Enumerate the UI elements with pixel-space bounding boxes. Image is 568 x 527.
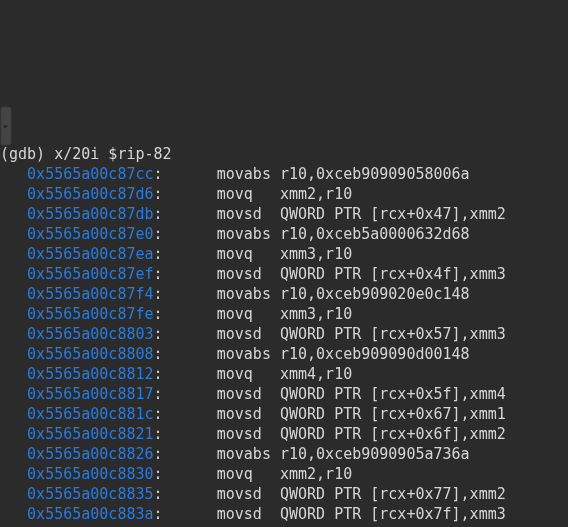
instruction: movq xmm3,r10	[217, 305, 352, 323]
address: 0x5565a00c87ef	[27, 265, 153, 283]
address: 0x5565a00c8808	[27, 345, 153, 363]
instruction: movabs r10,0xceb90909058006a	[217, 165, 470, 183]
separator: :	[154, 465, 217, 483]
instruction: movsd QWORD PTR [rcx+0x6f],xmm2	[217, 425, 506, 443]
separator: :	[154, 365, 217, 383]
instruction: movsd QWORD PTR [rcx+0x57],xmm3	[217, 325, 506, 343]
separator: :	[154, 285, 217, 303]
separator: :	[154, 345, 217, 363]
indent	[0, 505, 27, 523]
separator: :	[154, 425, 217, 443]
indent	[0, 245, 27, 263]
separator: :	[154, 505, 217, 523]
indent	[0, 405, 27, 423]
instruction: movq xmm4,r10	[217, 365, 352, 383]
gdb-command: (gdb) x/20i $rip-82	[0, 145, 172, 163]
instruction: movsd QWORD PTR [rcx+0x4f],xmm3	[217, 265, 506, 283]
instruction: movq xmm2,r10	[217, 185, 352, 203]
address: 0x5565a00c87cc	[27, 165, 153, 183]
instruction: movsd QWORD PTR [rcx+0x7f],xmm3	[217, 505, 506, 523]
indent	[0, 185, 27, 203]
separator: :	[154, 445, 217, 463]
indent	[0, 285, 27, 303]
separator: :	[154, 485, 217, 503]
address: 0x5565a00c87d6	[27, 185, 153, 203]
address: 0x5565a00c8803	[27, 325, 153, 343]
separator: :	[154, 165, 217, 183]
address: 0x5565a00c87db	[27, 205, 153, 223]
separator: :	[154, 245, 217, 263]
indent	[0, 425, 27, 443]
indent	[0, 385, 27, 403]
indent	[0, 485, 27, 503]
indent	[0, 345, 27, 363]
separator: :	[154, 325, 217, 343]
address: 0x5565a00c8812	[27, 365, 153, 383]
instruction: movsd QWORD PTR [rcx+0x5f],xmm4	[217, 385, 506, 403]
indent	[0, 165, 27, 183]
instruction: movsd QWORD PTR [rcx+0x77],xmm2	[217, 485, 506, 503]
chevron-right-icon: ▸	[3, 116, 9, 136]
disassembly-listing: 0x5565a00c87cc: movabs r10,0xceb90909058…	[0, 164, 568, 527]
indent	[0, 265, 27, 283]
instruction: movsd QWORD PTR [rcx+0x67],xmm1	[217, 405, 506, 423]
address: 0x5565a00c8835	[27, 485, 153, 503]
terminal-output[interactable]: (gdb) x/20i $rip-82 0x5565a00c87cc: mova…	[0, 140, 568, 527]
address: 0x5565a00c87f4	[27, 285, 153, 303]
separator: :	[154, 405, 217, 423]
separator: :	[154, 185, 217, 203]
instruction: movq xmm3,r10	[217, 245, 352, 263]
instruction: movabs r10,0xceb909090d00148	[217, 345, 470, 363]
instruction: movq xmm2,r10	[217, 465, 352, 483]
separator: :	[154, 265, 217, 283]
indent	[0, 205, 27, 223]
address: 0x5565a00c8826	[27, 445, 153, 463]
instruction: movabs r10,0xceb9090905a736a	[217, 445, 470, 463]
separator: :	[154, 225, 217, 243]
separator: :	[154, 305, 217, 323]
address: 0x5565a00c87ea	[27, 245, 153, 263]
instruction: movabs r10,0xceb5a0000632d68	[217, 225, 470, 243]
separator: :	[154, 385, 217, 403]
address: 0x5565a00c883a	[27, 505, 153, 523]
instruction: movabs r10,0xceb909020e0c148	[217, 285, 470, 303]
separator: :	[154, 205, 217, 223]
address: 0x5565a00c8821	[27, 425, 153, 443]
panel-handle[interactable]: ▸	[0, 106, 12, 146]
indent	[0, 465, 27, 483]
address: 0x5565a00c8830	[27, 465, 153, 483]
address: 0x5565a00c87e0	[27, 225, 153, 243]
address: 0x5565a00c8817	[27, 385, 153, 403]
indent	[0, 365, 27, 383]
indent	[0, 445, 27, 463]
indent	[0, 325, 27, 343]
address: 0x5565a00c881c	[27, 405, 153, 423]
address: 0x5565a00c87fe	[27, 305, 153, 323]
indent	[0, 305, 27, 323]
instruction: movsd QWORD PTR [rcx+0x47],xmm2	[217, 205, 506, 223]
indent	[0, 225, 27, 243]
